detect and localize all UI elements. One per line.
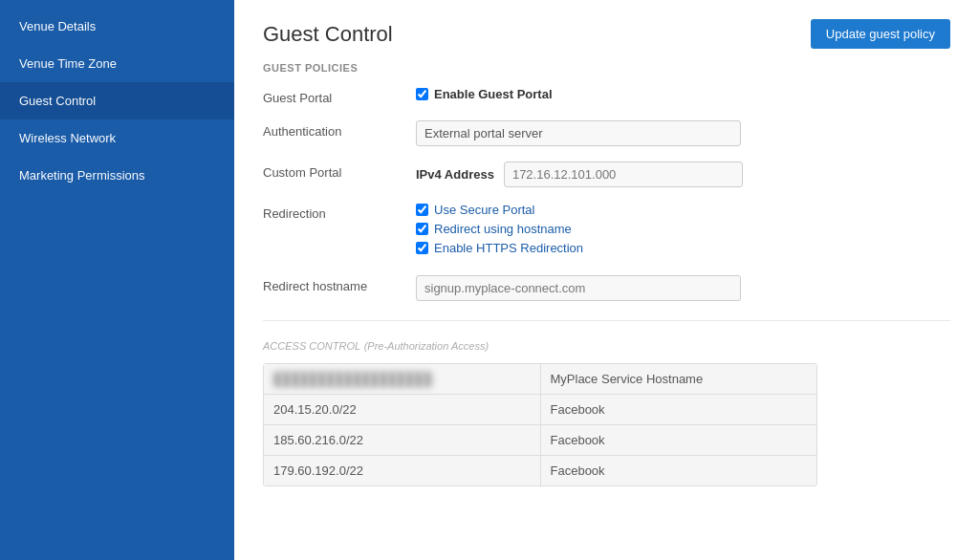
- enable-https-redirection-label[interactable]: Enable HTTPS Redirection: [416, 241, 950, 255]
- sidebar-item-venue-time-zone[interactable]: Venue Time Zone: [0, 45, 234, 82]
- custom-portal-content: IPv4 Address: [416, 162, 950, 187]
- access-control-sub-title: (Pre-Authorization Access): [364, 340, 489, 352]
- guest-portal-content: Enable Guest Portal: [416, 87, 950, 101]
- guest-portal-label: Guest Portal: [263, 87, 416, 105]
- ipv4-row: IPv4 Address: [416, 162, 950, 187]
- update-guest-policy-button[interactable]: Update guest policy: [811, 19, 950, 49]
- enable-guest-portal-checkbox[interactable]: [416, 88, 428, 100]
- redirect-hostname-content: [416, 275, 950, 301]
- use-secure-portal-label[interactable]: Use Secure Portal: [416, 203, 950, 217]
- access-cell-hostname-4: Facebook: [541, 456, 817, 485]
- access-control-section-title: ACCESS CONTROL (Pre-Authorization Access…: [263, 340, 950, 352]
- sidebar-item-wireless-network[interactable]: Wireless Network: [0, 119, 234, 157]
- sidebar: Venue Details Venue Time Zone Guest Cont…: [0, 0, 234, 560]
- table-row: 179.60.192.0/22 Facebook: [264, 456, 816, 485]
- access-cell-ip-4: 179.60.192.0/22: [264, 456, 541, 485]
- redirection-content: Use Secure Portal Redirect using hostnam…: [416, 203, 950, 260]
- sidebar-item-venue-details[interactable]: Venue Details: [0, 8, 234, 45]
- ipv4-label-text: IPv4 Address: [416, 167, 494, 182]
- guest-policies-section-title: GUEST POLICIES: [263, 62, 950, 74]
- authentication-content: [416, 120, 950, 146]
- table-row: 185.60.216.0/22 Facebook: [264, 425, 816, 456]
- header-row: Guest Control Update guest policy: [263, 19, 950, 49]
- redirection-row: Redirection Use Secure Portal Redirect u…: [263, 203, 950, 260]
- enable-guest-portal-label[interactable]: Enable Guest Portal: [416, 87, 950, 101]
- enable-https-redirection-text: Enable HTTPS Redirection: [434, 241, 583, 255]
- guest-portal-row: Guest Portal Enable Guest Portal: [263, 87, 950, 105]
- custom-portal-row: Custom Portal IPv4 Address: [263, 162, 950, 187]
- access-cell-ip-2: 204.15.20.0/22: [264, 395, 541, 424]
- enable-https-redirection-checkbox[interactable]: [416, 242, 428, 254]
- access-cell-hostname-2: Facebook: [541, 395, 817, 424]
- table-row: 204.15.20.0/22 Facebook: [264, 395, 816, 425]
- authentication-label: Authentication: [263, 120, 416, 139]
- redirect-hostname-row: Redirect hostname: [263, 275, 950, 301]
- redirect-hostname-text: Redirect using hostname: [434, 222, 572, 236]
- redirect-hostname-input[interactable]: [416, 275, 741, 301]
- sidebar-item-guest-control[interactable]: Guest Control: [0, 82, 234, 119]
- main-content: Guest Control Update guest policy GUEST …: [234, 0, 979, 560]
- section-divider: [263, 320, 950, 321]
- access-cell-ip-3: 185.60.216.0/22: [264, 425, 541, 455]
- custom-portal-label: Custom Portal: [263, 162, 416, 180]
- ipv4-address-input[interactable]: [504, 162, 743, 187]
- access-cell-hostname-1: MyPlace Service Hostname: [541, 364, 817, 394]
- access-cell-hostname-3: Facebook: [541, 425, 817, 455]
- redirect-hostname-label[interactable]: Redirect using hostname: [416, 222, 950, 236]
- redirect-hostname-checkbox[interactable]: [416, 223, 428, 235]
- redirection-label: Redirection: [263, 203, 416, 221]
- table-row: ██████████████████ MyPlace Service Hostn…: [264, 364, 816, 395]
- enable-guest-portal-text: Enable Guest Portal: [434, 87, 553, 101]
- page-title: Guest Control: [263, 22, 393, 47]
- authentication-row: Authentication: [263, 120, 950, 146]
- authentication-input[interactable]: [416, 120, 741, 146]
- sidebar-item-marketing-permissions[interactable]: Marketing Permissions: [0, 157, 234, 194]
- use-secure-portal-text: Use Secure Portal: [434, 203, 535, 217]
- access-control-table: ██████████████████ MyPlace Service Hostn…: [263, 363, 817, 486]
- use-secure-portal-checkbox[interactable]: [416, 204, 428, 216]
- access-cell-ip-1: ██████████████████: [264, 364, 541, 394]
- redirect-hostname-label-text: Redirect hostname: [263, 275, 416, 293]
